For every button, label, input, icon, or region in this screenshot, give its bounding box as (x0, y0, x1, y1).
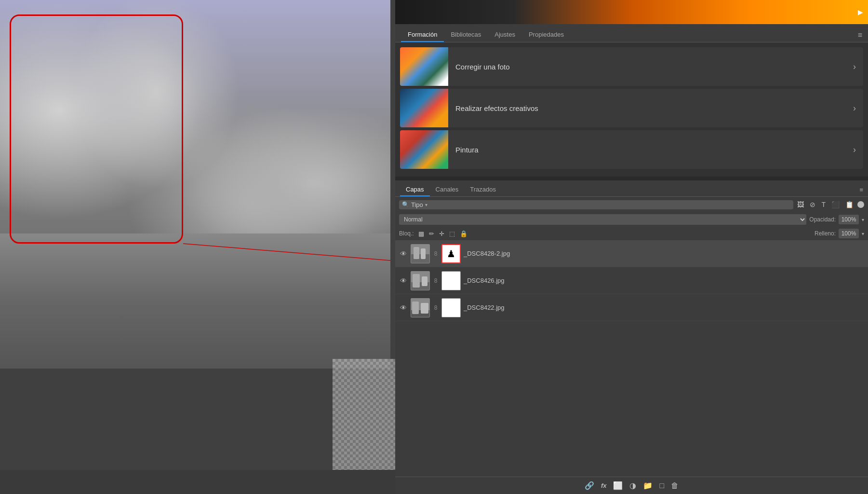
chain-icon-layer3: 8 (433, 304, 439, 311)
lock-icons-group: ▩ ✏ ✛ ⬚ 🔒 (417, 230, 469, 238)
layers-tabs-row: Capas Canales Trazados ≡ (395, 180, 868, 197)
learning-tabs-row: Formación Bibliotecas Ajustes Propiedade… (395, 24, 868, 42)
right-panel: ▶ Formación Bibliotecas Ajustes Propieda… (395, 0, 868, 494)
photo-ground (0, 233, 390, 369)
tab-formacion[interactable]: Formación (401, 28, 444, 42)
layer-name-layer1: _DSC8428-2.jpg (464, 250, 864, 257)
layer-mask-white-layer3 (441, 298, 461, 317)
layer-item[interactable]: 👁 8 _DSC8426.jpg (395, 267, 868, 294)
layer-thumb-layer3 (411, 298, 430, 317)
tab-bibliotecas[interactable]: Bibliotecas (444, 28, 488, 42)
tab-trazados[interactable]: Trazados (464, 183, 502, 196)
layer-fx-icon[interactable]: fx (601, 482, 607, 489)
card-thumb-creative (400, 89, 448, 127)
svg-rect-11 (412, 302, 419, 314)
layer-item[interactable]: 👁 8 ♟ _DSC8428-2.jpg (395, 240, 868, 267)
tab-canales[interactable]: Canales (430, 183, 465, 196)
lock-pixels-icon[interactable]: ▩ (417, 230, 426, 238)
eye-icon-layer3[interactable]: 👁 (399, 304, 408, 312)
section-separator (395, 177, 868, 180)
lock-artboard-icon[interactable]: ⬚ (448, 230, 456, 238)
eye-icon-layer2[interactable]: 👁 (399, 277, 408, 285)
lock-move-icon[interactable]: ✛ (438, 230, 446, 238)
blend-opacity-row: Normal Opacidad: ▾ (395, 212, 868, 227)
delete-layer-icon[interactable]: 🗑 (671, 481, 679, 490)
tab-propiedades[interactable]: Propiedades (522, 28, 571, 42)
add-mask-icon[interactable]: ⬜ (613, 481, 623, 490)
layers-toolbar: 🔍 Tipo ▾ 🖼 ⊘ T ⬛ 📋 (395, 197, 868, 212)
opacity-input[interactable] (839, 215, 859, 224)
lock-label: Bloq.: (399, 230, 414, 237)
card-arrow-photo: › (853, 62, 863, 72)
fill-input[interactable] (839, 229, 859, 238)
learning-panel-menu-icon[interactable]: ≡ (858, 31, 862, 40)
svg-rect-7 (413, 274, 420, 288)
card-label-creative: Realizar efectos creativos (448, 104, 853, 112)
card-thumb-paint (400, 130, 448, 169)
blend-mode-select[interactable]: Normal (399, 214, 806, 225)
svg-rect-8 (422, 276, 427, 286)
learning-card-photo[interactable]: Corregir una foto › (400, 47, 863, 86)
layer-thumb-layer2 (411, 271, 430, 290)
card-thumb-flowers (400, 47, 448, 86)
lock-paint-icon[interactable]: ✏ (427, 230, 436, 238)
card-arrow-creative: › (853, 103, 863, 113)
top-gradient-bar: ▶ (395, 0, 868, 24)
search-dropdown-icon[interactable]: ▾ (425, 202, 427, 207)
svg-rect-4 (421, 248, 426, 259)
layer-filter-circle-icon[interactable]: ⊘ (808, 200, 817, 209)
layers-panel-menu-icon[interactable]: ≡ (859, 186, 863, 193)
layer-mask-white-layer2 (441, 271, 461, 290)
layers-bottom-bar: 🔗 fx ⬜ ◑ 📁 □ 🗑 (395, 477, 868, 494)
bottom-dark-bar (0, 470, 395, 494)
layer-thumb-layer1 (411, 244, 430, 263)
play-icon[interactable]: ▶ (858, 8, 863, 16)
eye-icon-layer1[interactable]: 👁 (399, 250, 408, 258)
layer-filter-image-icon[interactable]: 🖼 (795, 200, 806, 209)
chain-icon-layer1: 8 (433, 250, 439, 257)
learning-card-paint[interactable]: Pintura › (400, 130, 863, 169)
fill-dropdown-icon[interactable]: ▾ (862, 231, 864, 236)
card-label-paint: Pintura (448, 146, 853, 154)
lock-all-icon[interactable]: 🔒 (458, 230, 469, 238)
layer-name-layer3: _DSC8422.jpg (464, 304, 864, 311)
layer-filter-smart-icon[interactable]: 📋 (843, 200, 855, 209)
layers-section: Capas Canales Trazados ≡ 🔍 Tipo ▾ 🖼 ⊘ T … (395, 180, 868, 494)
add-adjustment-icon[interactable]: ◑ (629, 481, 636, 490)
tab-capas[interactable]: Capas (400, 183, 430, 196)
link-layers-icon[interactable]: 🔗 (585, 481, 594, 490)
learning-card-creative[interactable]: Realizar efectos creativos › (400, 89, 863, 127)
search-icon: 🔍 (402, 201, 409, 208)
layer-filter-text-icon[interactable]: T (819, 200, 828, 209)
opacity-label: Opacidad: (809, 216, 836, 223)
learning-section: Corregir una foto › Realizar efectos cre… (395, 42, 868, 177)
chain-icon-layer2: 8 (433, 277, 439, 284)
tab-ajustes[interactable]: Ajustes (488, 28, 522, 42)
layer-item[interactable]: 👁 8 _DSC8422.jpg (395, 294, 868, 321)
new-group-icon[interactable]: 📁 (643, 481, 653, 490)
lock-fill-row: Bloq.: ▩ ✏ ✛ ⬚ 🔒 Relleno: ▾ (395, 227, 868, 240)
opacity-dropdown-icon[interactable]: ▾ (862, 217, 864, 222)
svg-rect-3 (414, 247, 419, 259)
canvas-area (0, 0, 395, 494)
layer-search-box[interactable]: 🔍 Tipo ▾ (399, 200, 793, 209)
fill-label: Relleno: (815, 230, 836, 237)
layer-filter-shape-icon[interactable]: ⬛ (829, 200, 841, 209)
layer-filter-toggle[interactable] (857, 201, 864, 208)
search-label: Tipo (411, 201, 423, 208)
new-layer-icon[interactable]: □ (659, 481, 664, 490)
layers-list: 👁 8 ♟ _DSC8428-2.jpg 👁 (395, 240, 868, 477)
svg-rect-12 (421, 303, 428, 314)
card-arrow-paint: › (853, 145, 863, 155)
card-label-photo: Corregir una foto (448, 63, 853, 71)
layer-mask-thumb-layer1: ♟ (441, 244, 461, 263)
layer-name-layer2: _DSC8426.jpg (464, 277, 864, 284)
